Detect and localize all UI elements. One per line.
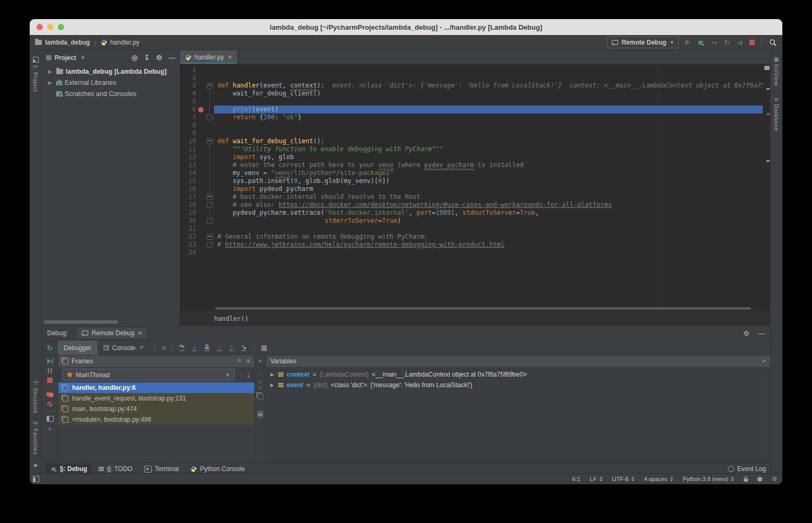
- tool-tab-todo[interactable]: 6: TODO: [94, 464, 137, 474]
- stripe-mark[interactable]: [766, 160, 770, 162]
- code-text[interactable]: my_venv = "venv/lib/python*/site-package…: [214, 169, 763, 177]
- code-text[interactable]: sys.path.insert(0, glob.glob(my_venv)[0]…: [214, 177, 763, 185]
- inspections-hector-icon[interactable]: [757, 477, 762, 482]
- breakpoint-gutter[interactable]: [196, 193, 205, 201]
- show-return-values-icon[interactable]: ∞: [257, 411, 264, 418]
- view-breakpoints-icon[interactable]: [46, 392, 54, 397]
- fold-gutter[interactable]: [205, 185, 214, 193]
- close-window-button[interactable]: [37, 24, 43, 30]
- code-line[interactable]: 1: [180, 66, 763, 74]
- fold-gutter[interactable]: [205, 121, 214, 129]
- breakpoint-gutter[interactable]: [196, 233, 205, 241]
- tree-item-project-root[interactable]: ▶ lambda_debug [Lambda Debug]: [42, 66, 180, 77]
- breakpoint-gutter[interactable]: [196, 201, 205, 209]
- restore-layout-icon[interactable]: [47, 416, 54, 422]
- step-into-my-code-icon[interactable]: ↓: [217, 344, 222, 351]
- project-panel-title[interactable]: Project: [55, 54, 76, 62]
- breakpoint-gutter[interactable]: [196, 106, 205, 114]
- caret-position[interactable]: 6:1: [572, 476, 580, 482]
- stripe-item-structure[interactable]: 7: Structure: [32, 380, 39, 414]
- stack-frame[interactable]: <module>, bootstrap.py:486: [58, 414, 254, 425]
- fold-gutter[interactable]: [205, 241, 214, 249]
- remove-watch-icon[interactable]: −: [258, 369, 262, 376]
- breakpoint-gutter[interactable]: [196, 161, 205, 169]
- breakpoint-gutter[interactable]: [196, 145, 205, 153]
- fold-end-icon[interactable]: [207, 242, 213, 248]
- code-text[interactable]: # https://www.jetbrains.com/help/pycharm…: [214, 241, 763, 249]
- code-line[interactable]: 22# General information on remote debugg…: [180, 233, 763, 241]
- hide-panel-icon[interactable]: —: [169, 54, 175, 62]
- breakpoint-gutter[interactable]: [196, 241, 205, 249]
- code-line[interactable]: 5: [180, 98, 763, 106]
- readonly-lock-icon[interactable]: [744, 478, 748, 482]
- breadcrumb-project[interactable]: lambda_debug: [45, 39, 90, 46]
- chevron-down-icon[interactable]: ▼: [81, 55, 85, 60]
- code-line[interactable]: 13 # enter the correct path here to your…: [180, 161, 763, 169]
- code-line[interactable]: 12 import sys, glob: [180, 153, 763, 161]
- code-line[interactable]: 18 # see also: https://docs.docker.com/d…: [180, 201, 763, 209]
- code-line[interactable]: 16 import pydevd_pycharm: [180, 185, 763, 193]
- breakpoint-dot[interactable]: [198, 107, 204, 112]
- fold-gutter[interactable]: [205, 169, 214, 177]
- show-execution-point-icon[interactable]: ≡: [162, 344, 166, 352]
- code-text[interactable]: """Utility function to enable debugging …: [214, 145, 763, 153]
- code-line[interactable]: 2: [180, 74, 763, 82]
- pin-icon[interactable]: ↗: [761, 358, 766, 365]
- debug-settings-gear-icon[interactable]: ⚙: [743, 329, 749, 337]
- breakpoint-gutter[interactable]: [196, 66, 205, 74]
- code-text[interactable]: [214, 98, 763, 106]
- fold-gutter[interactable]: [205, 153, 214, 161]
- breakpoint-gutter[interactable]: [196, 217, 205, 225]
- fold-gutter[interactable]: [205, 217, 214, 225]
- fold-gutter[interactable]: [205, 74, 214, 82]
- resume-program-icon[interactable]: [47, 359, 53, 364]
- pause-program-icon[interactable]: [48, 368, 52, 373]
- stripe-mark[interactable]: [764, 66, 770, 70]
- panel-settings-gear-icon[interactable]: ⚙: [156, 54, 162, 62]
- code-text[interactable]: def wait_for_debug_client():: [214, 137, 763, 145]
- fold-end-icon[interactable]: [207, 218, 213, 224]
- stack-frame[interactable]: handler, handler.py:6: [58, 382, 254, 393]
- breakpoint-gutter[interactable]: [196, 121, 205, 129]
- stop-button[interactable]: [749, 40, 755, 45]
- stripe-item-project[interactable]: 1: Project: [32, 65, 39, 92]
- locate-file-icon[interactable]: ◎: [131, 54, 137, 62]
- hide-debug-panel-icon[interactable]: —: [758, 329, 765, 337]
- code-line[interactable]: 7 return {200: "ok"}: [180, 114, 763, 121]
- toolwindow-toggle-icon[interactable]: [33, 476, 39, 482]
- code-line[interactable]: 3def handler(event, context): event: <cl…: [180, 82, 763, 90]
- tool-tab-debug[interactable]: 5: Debug: [46, 464, 91, 474]
- code-line[interactable]: 20 stderrToServer=True): [180, 217, 763, 225]
- variable-row[interactable]: ▶context = {LambdaContext} <__main__.Lam…: [266, 369, 770, 380]
- run-configuration-selector[interactable]: Remote Debug ▼: [607, 37, 679, 48]
- editor-breadcrumb[interactable]: handler(): [180, 311, 770, 326]
- variable-row[interactable]: ▶event = {dict} <class 'dict'>: {'messag…: [266, 380, 770, 390]
- event-log-button[interactable]: Event Log: [728, 465, 766, 473]
- fold-gutter[interactable]: [205, 209, 214, 217]
- minimize-window-button[interactable]: [47, 24, 54, 30]
- previous-frame-icon[interactable]: ↑: [239, 371, 243, 379]
- mute-breakpoints-icon[interactable]: [47, 402, 52, 407]
- project-horizontal-scrollbar[interactable]: [44, 320, 118, 324]
- breakpoint-gutter[interactable]: [196, 153, 205, 161]
- breakpoint-gutter[interactable]: [196, 169, 205, 177]
- code-text[interactable]: [214, 249, 763, 257]
- close-tab-icon[interactable]: ✕: [227, 54, 232, 61]
- fold-collapse-icon[interactable]: [207, 138, 213, 144]
- breakpoint-gutter[interactable]: [196, 177, 205, 185]
- attach-to-process-button[interactable]: ↪: [711, 39, 717, 47]
- more-actions-icon[interactable]: »: [48, 426, 51, 432]
- next-frame-icon[interactable]: ↓: [247, 371, 251, 379]
- update-indicator-icon[interactable]: ⚙: [772, 476, 777, 483]
- breakpoint-gutter[interactable]: [196, 209, 205, 217]
- debug-button[interactable]: [697, 39, 704, 46]
- fold-gutter[interactable]: [205, 137, 214, 145]
- code-text[interactable]: # host.docker.internal should resolve to…: [214, 193, 763, 201]
- code-line[interactable]: 4 wait_for_debug_client(): [180, 90, 763, 98]
- close-session-icon[interactable]: ✕: [137, 329, 143, 337]
- expand-arrow-icon[interactable]: ▶: [48, 69, 54, 74]
- zoom-window-button[interactable]: [58, 24, 64, 30]
- breakpoint-gutter[interactable]: [196, 137, 205, 145]
- fold-gutter[interactable]: [205, 129, 214, 137]
- stack-frame[interactable]: main, bootstrap.py:474: [58, 404, 254, 414]
